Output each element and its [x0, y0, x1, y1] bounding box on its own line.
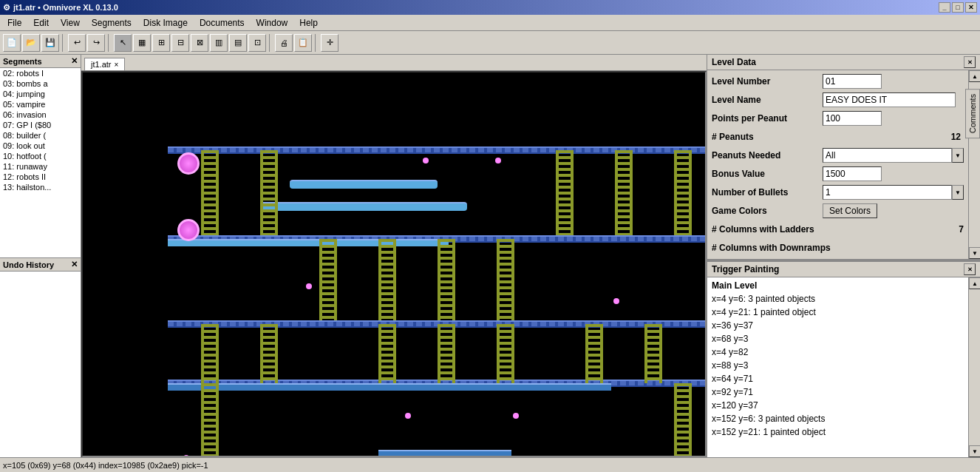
- maximize-button[interactable]: □: [952, 2, 964, 13]
- redo-button[interactable]: ↪: [87, 34, 105, 52]
- points-label: Points per Peanut: [712, 113, 823, 124]
- list-item[interactable]: x=36 y=37: [710, 319, 965, 332]
- list-item[interactable]: 12: robots II: [0, 172, 81, 182]
- tool-5[interactable]: ⊠: [191, 34, 208, 52]
- menu-documents[interactable]: Documents: [194, 16, 251, 30]
- list-item[interactable]: x=4 y=21: 1 painted object: [710, 306, 965, 319]
- tool-print[interactable]: 🖨: [275, 34, 293, 52]
- list-item[interactable]: x=88 y=3: [710, 359, 965, 372]
- scroll-up[interactable]: ▲: [969, 70, 980, 82]
- peanut-3: [306, 283, 312, 289]
- tool-6[interactable]: ▥: [210, 34, 228, 52]
- trigger-scroll-up[interactable]: ▲: [969, 277, 980, 289]
- menu-edit[interactable]: Edit: [27, 16, 55, 30]
- platform-4: [168, 383, 611, 391]
- tool-7[interactable]: ▤: [229, 34, 247, 52]
- spinner-1: [177, 152, 200, 175]
- bonus-input[interactable]: [823, 166, 882, 181]
- tool-select[interactable]: ↖: [114, 34, 132, 52]
- level-name-input[interactable]: [823, 92, 956, 107]
- new-button[interactable]: 📄: [3, 34, 21, 52]
- list-item[interactable]: 10: hotfoot (: [0, 151, 81, 161]
- list-item[interactable]: x=64 y=71: [710, 372, 965, 385]
- toolbar-sep-1: [62, 34, 65, 52]
- open-button[interactable]: 📂: [22, 34, 40, 52]
- list-item[interactable]: 08: builder (: [0, 130, 81, 141]
- set-colors-button[interactable]: Set Colors: [823, 203, 877, 218]
- platform-3: [168, 239, 449, 246]
- minimize-button[interactable]: _: [939, 2, 950, 13]
- segments-close[interactable]: ✕: [71, 56, 78, 66]
- ladder-17: [201, 383, 219, 457]
- peanuts-value: 12: [823, 132, 964, 142]
- peanuts-label: # Peanuts: [712, 132, 823, 142]
- bullets-label: Number of Bullets: [712, 187, 823, 198]
- tool-8[interactable]: ⊡: [248, 34, 266, 52]
- trigger-header: Trigger Painting ✕: [707, 262, 980, 277]
- trigger-scroll-track[interactable]: [969, 289, 980, 445]
- game-canvas[interactable]: [81, 71, 707, 457]
- tool-move[interactable]: ✛: [321, 34, 338, 52]
- platform-1: [290, 180, 438, 189]
- close-button[interactable]: ✕: [965, 2, 977, 13]
- menu-segments[interactable]: Segments: [86, 16, 137, 30]
- peanuts-needed-input[interactable]: [823, 148, 952, 163]
- scroll-down[interactable]: ▼: [969, 247, 980, 259]
- segments-list[interactable]: 02: robots I 03: bombs a 04: jumping 05:…: [0, 68, 81, 257]
- segments-header: Segments ✕: [0, 55, 81, 68]
- canvas-tab-bar: jt1.atr ×: [81, 55, 707, 71]
- list-item[interactable]: x=152 y=6: 3 painted objects: [710, 412, 965, 425]
- comments-tab[interactable]: Comments: [965, 89, 980, 138]
- menu-disk-image[interactable]: Disk Image: [137, 16, 194, 30]
- undo-close[interactable]: ✕: [71, 260, 78, 269]
- peanuts-num: 12: [951, 132, 961, 142]
- list-item[interactable]: x=4 y=6: 3 painted objects: [710, 292, 965, 306]
- list-item[interactable]: 03: bombs a: [0, 78, 81, 89]
- tool-2[interactable]: ▦: [133, 34, 151, 52]
- list-item[interactable]: 06: invasion: [0, 109, 81, 120]
- list-item[interactable]: 09: look out: [0, 141, 81, 151]
- peanuts-needed-label: Peanuts Needed: [712, 150, 823, 161]
- menu-view[interactable]: View: [55, 16, 86, 30]
- level-name-label: Level Name: [712, 95, 823, 105]
- trigger-scroll-down[interactable]: ▼: [969, 445, 980, 457]
- title-bar: ⚙ jt1.atr • Omnivore XL 0.13.0 _ □ ✕: [0, 0, 980, 15]
- level-number-input[interactable]: [823, 74, 882, 89]
- menu-help[interactable]: Help: [293, 16, 324, 30]
- save-button[interactable]: 💾: [41, 34, 59, 52]
- list-item[interactable]: x=4 y=82: [710, 345, 965, 359]
- points-input[interactable]: [823, 111, 882, 126]
- list-item[interactable]: 11: runaway: [0, 161, 81, 172]
- list-item[interactable]: x=120 y=37: [710, 399, 965, 412]
- trigger-close[interactable]: ✕: [964, 263, 976, 275]
- list-item[interactable]: 05: vampire: [0, 99, 81, 109]
- canvas-tab-close[interactable]: ×: [115, 61, 119, 69]
- level-data-close[interactable]: ✕: [964, 56, 976, 68]
- undo-title: Undo History: [3, 260, 54, 269]
- menu-window[interactable]: Window: [251, 16, 294, 30]
- list-item[interactable]: x=68 y=3: [710, 332, 965, 345]
- columns-ladders-row: # Columns with Ladders 7: [712, 221, 964, 237]
- menu-file[interactable]: File: [1, 16, 27, 30]
- trigger-content[interactable]: Main Level x=4 y=6: 3 painted objects x=…: [707, 277, 968, 457]
- canvas-area: jt1.atr ×: [81, 55, 707, 457]
- ladder-11: [260, 324, 278, 383]
- peanuts-needed-dropdown[interactable]: ▼: [952, 148, 964, 163]
- game-colors-row: Game Colors Set Colors: [712, 203, 964, 219]
- list-item[interactable]: x=152 y=21: 1 painted object: [710, 425, 965, 439]
- list-item[interactable]: 13: hailston...: [0, 182, 81, 192]
- level-name-value: [823, 92, 964, 107]
- tool-4[interactable]: ⊟: [171, 34, 189, 52]
- list-item[interactable]: x=92 y=71: [710, 385, 965, 399]
- undo-button[interactable]: ↩: [68, 34, 86, 52]
- bullets-dropdown[interactable]: ▼: [952, 185, 964, 200]
- list-item[interactable]: 07: GP I ($80: [0, 120, 81, 130]
- tool-3[interactable]: ⊞: [152, 34, 170, 52]
- bullets-input[interactable]: [823, 185, 952, 200]
- canvas-tab[interactable]: jt1.atr ×: [84, 58, 125, 70]
- list-item[interactable]: 02: robots I: [0, 68, 81, 78]
- trigger-panel: Trigger Painting ✕ Main Level x=4 y=6: 3…: [707, 260, 980, 457]
- list-item[interactable]: 04: jumping: [0, 89, 81, 99]
- bonus-row: Bonus Value: [712, 166, 964, 182]
- tool-print2[interactable]: 📋: [294, 34, 312, 52]
